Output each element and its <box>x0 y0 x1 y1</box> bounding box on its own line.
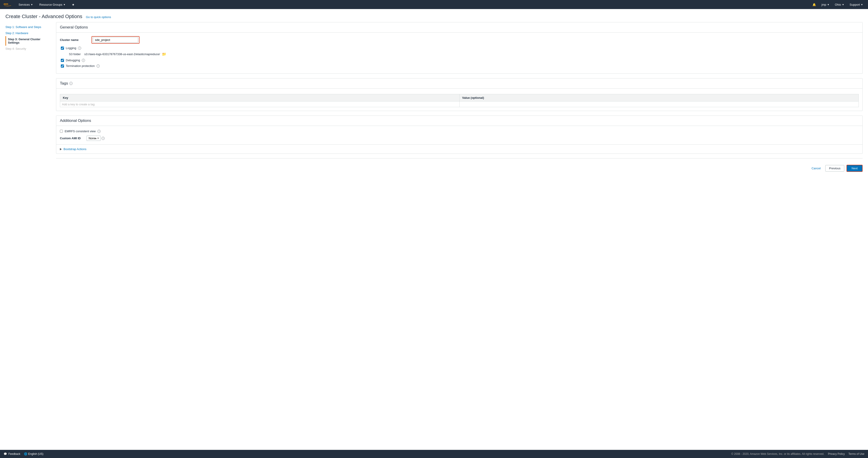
logging-row: Logging i <box>60 47 859 50</box>
additional-options-section: Additional Options EMRFS consistent view… <box>56 116 863 154</box>
bootstrap-actions-row[interactable]: Bootstrap Actions <box>56 145 862 153</box>
previous-button[interactable]: Previous <box>825 165 844 172</box>
cancel-button[interactable]: Cancel <box>809 165 823 171</box>
buttons-row: Cancel Previous Next <box>56 162 863 176</box>
general-options-header: General Options <box>56 22 862 33</box>
user-menu[interactable]: jmp ▼ <box>820 2 831 7</box>
tags-section: Tags i Key Value (optional) <box>56 78 863 111</box>
logging-checkbox[interactable] <box>61 47 64 50</box>
ami-row: Custom AMI ID None ▲▼ i <box>60 135 859 141</box>
folder-icon[interactable]: 📁 <box>162 52 166 56</box>
termination-info-icon[interactable]: i <box>96 64 100 68</box>
tags-body: Key Value (optional) <box>56 89 862 111</box>
debugging-label: Debugging <box>66 59 80 62</box>
ami-select-wrapper: None ▲▼ i <box>87 135 105 141</box>
star-icon: ★ <box>72 3 74 6</box>
quick-options-link[interactable]: Go to quick options <box>86 16 111 19</box>
tags-table: Key Value (optional) <box>60 94 859 107</box>
tag-key-cell <box>60 101 460 107</box>
logging-info-icon[interactable]: i <box>78 47 81 50</box>
logging-label: Logging <box>66 47 76 50</box>
termination-label: Termination protection <box>66 64 95 68</box>
resource-groups-nav[interactable]: Resource Groups ▼ <box>38 2 67 7</box>
services-caret: ▼ <box>31 3 33 6</box>
emrfs-row: EMRFS consistent view i <box>60 129 859 133</box>
bootstrap-label: Bootstrap Actions <box>64 147 86 151</box>
sidebar-item-step3[interactable]: Step 3: General Cluster Settings <box>5 36 51 45</box>
tag-value-input[interactable] <box>461 103 857 106</box>
ami-select-container: None ▲▼ <box>87 135 101 141</box>
main-layout: Step 1: Software and Steps Step 2: Hardw… <box>0 22 868 188</box>
support-menu[interactable]: Support ▼ <box>848 2 864 7</box>
tags-header: Tags i <box>56 79 862 89</box>
debugging-row: Debugging i <box>60 59 859 62</box>
content-area: General Options Cluster name Logging i <box>51 22 863 188</box>
s3-folder-value: s3://aws-logs-633178767338-us-east-2/ela… <box>84 53 160 56</box>
bootstrap-triangle-icon <box>60 148 62 150</box>
tags-col-value: Value (optional) <box>459 94 859 101</box>
general-options-body: Cluster name Logging i S3 folder s3://aw… <box>56 33 862 73</box>
emrfs-info-icon[interactable]: i <box>97 130 101 133</box>
s3-label: S3 folder <box>69 53 83 56</box>
tags-info-icon[interactable]: i <box>69 82 72 85</box>
termination-checkbox[interactable] <box>61 64 64 68</box>
starred-nav[interactable]: ★ <box>70 2 76 7</box>
cluster-name-row: Cluster name <box>60 36 859 43</box>
nav-right: 🔔 jmp ▼ Ohio ▼ Support ▼ <box>811 2 864 7</box>
tags-col-key: Key <box>60 94 460 101</box>
termination-row: Termination protection i <box>60 64 859 68</box>
sidebar: Step 1: Software and Steps Step 2: Hardw… <box>5 22 51 188</box>
sidebar-item-step1[interactable]: Step 1: Software and Steps <box>5 24 51 30</box>
ami-label: Custom AMI ID <box>60 136 85 140</box>
ami-info-icon[interactable]: i <box>101 137 105 140</box>
s3-folder-row: S3 folder s3://aws-logs-633178767338-us-… <box>60 52 859 56</box>
additional-options-header: Additional Options <box>56 116 862 126</box>
general-options-title: General Options <box>60 25 859 30</box>
region-menu[interactable]: Ohio ▼ <box>833 2 845 7</box>
table-row <box>60 101 859 107</box>
emrfs-checkbox[interactable] <box>60 130 63 133</box>
support-caret: ▼ <box>861 3 863 6</box>
general-options-section: General Options Cluster name Logging i <box>56 22 863 74</box>
tags-title: Tags i <box>60 81 72 86</box>
page-title: Create Cluster - Advanced Options <box>5 13 82 20</box>
cluster-name-input[interactable] <box>93 37 138 43</box>
page-header: Create Cluster - Advanced Options Go to … <box>0 9 868 22</box>
tag-key-input[interactable] <box>62 103 458 106</box>
region-caret: ▼ <box>842 3 844 6</box>
cluster-name-wrapper <box>92 36 140 43</box>
aws-logo: aws <box>4 2 12 7</box>
top-nav: aws Services ▼ Resource Groups ▼ ★ 🔔 jmp… <box>0 0 868 9</box>
emrfs-label: EMRFS consistent view <box>65 129 96 133</box>
ami-select[interactable]: None <box>87 135 101 141</box>
additional-options-body: EMRFS consistent view i Custom AMI ID No… <box>56 126 862 145</box>
tag-value-cell <box>459 101 859 107</box>
bell-icon[interactable]: 🔔 <box>811 2 817 7</box>
sidebar-item-step4: Step 4: Security <box>5 45 51 52</box>
additional-options-title: Additional Options <box>60 118 859 123</box>
debugging-info-icon[interactable]: i <box>82 59 85 62</box>
sidebar-item-step2[interactable]: Step 2: Hardware <box>5 30 51 36</box>
svg-text:aws: aws <box>4 2 8 5</box>
debugging-checkbox[interactable] <box>61 59 64 62</box>
user-caret: ▼ <box>827 3 829 6</box>
services-nav[interactable]: Services ▼ <box>17 2 34 7</box>
next-button[interactable]: Next <box>846 165 863 172</box>
resource-groups-caret: ▼ <box>63 3 66 6</box>
cluster-name-label: Cluster name <box>60 38 89 41</box>
